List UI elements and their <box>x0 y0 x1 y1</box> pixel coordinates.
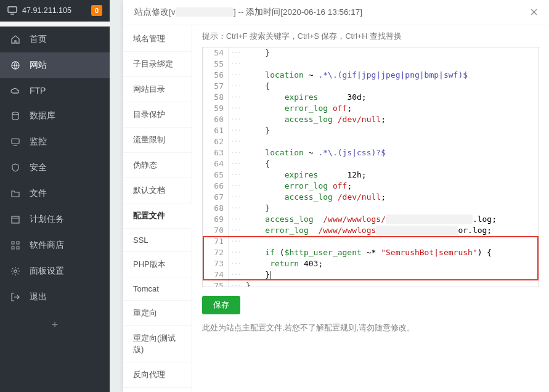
tab-网站目录[interactable]: 网站目录 <box>123 77 192 102</box>
indent-guide: ··· <box>229 47 245 59</box>
apps-icon <box>10 240 21 250</box>
tab-默认文档[interactable]: 默认文档 <box>123 178 192 203</box>
sidebar-item-0[interactable]: 首页 <box>0 27 110 52</box>
indent-guide: ··· <box>229 225 245 236</box>
code-line-75[interactable]: 75···} <box>203 280 539 287</box>
code-text: access_log /dev/null; <box>245 192 539 203</box>
sidebar-top-gap <box>0 22 110 27</box>
sidebar-item-label: 监控 <box>30 136 47 147</box>
sidebar-item-7[interactable]: 计划任务 <box>0 206 110 232</box>
code-line-56[interactable]: 56··· location ~ .*\.(gif|jpg|jpeg|png|b… <box>203 70 539 81</box>
code-line-66[interactable]: 66··· error_log off; <box>203 181 539 192</box>
line-number: 57 <box>203 81 229 92</box>
server-ip: 47.91.211.105 <box>22 6 71 15</box>
exit-icon <box>10 292 21 302</box>
code-line-73[interactable]: 73··· return 403; <box>203 258 539 269</box>
code-line-54[interactable]: 54··· } <box>203 47 539 59</box>
config-editor[interactable]: 54··· }55···56··· location ~ .*\.(gif|jp… <box>202 47 539 287</box>
code-line-58[interactable]: 58··· expires 30d; <box>203 92 539 103</box>
line-number: 61 <box>203 125 229 136</box>
sidebar-header: 47.91.211.105 0 <box>0 0 110 22</box>
sidebar-item-5[interactable]: 安全 <box>0 155 110 181</box>
code-line-65[interactable]: 65··· expires 12h; <box>203 169 539 181</box>
code-line-70[interactable]: 70··· error_log /www/wwwlogsxxxxxxxxxxxx… <box>203 225 539 236</box>
code-text: error_log /www/wwwlogsxxxxxxxxxxxxxxxxxo… <box>245 225 539 236</box>
sidebar-item-3[interactable]: 数据库 <box>0 103 110 129</box>
code-line-55[interactable]: 55··· <box>203 59 539 70</box>
sidebar-item-2[interactable]: FTP <box>0 78 110 103</box>
sidebar-item-label: FTP <box>30 86 46 96</box>
sidebar-item-10[interactable]: 退出 <box>0 284 110 310</box>
tab-流量限制[interactable]: 流量限制 <box>123 128 192 153</box>
code-line-62[interactable]: 62··· <box>203 136 539 147</box>
tab-重定向[interactable]: 重定向 <box>123 301 192 326</box>
main-sidebar: 47.91.211.105 0 首页网站FTP数据库监控安全文件计划任务软件商店… <box>0 0 110 392</box>
line-number: 71 <box>203 236 229 247</box>
monitor-icon <box>7 6 17 15</box>
line-number: 75 <box>203 280 229 287</box>
line-number: 59 <box>203 103 229 114</box>
tab-PHP版本[interactable]: PHP版本 <box>123 252 192 277</box>
svg-rect-11 <box>17 247 19 249</box>
tab-Tomcat[interactable]: Tomcat <box>123 277 192 301</box>
code-line-59[interactable]: 59··· error_log off; <box>203 103 539 114</box>
sidebar-add-button[interactable]: + <box>0 310 110 340</box>
back-strip <box>110 0 123 392</box>
home-icon <box>10 35 21 44</box>
indent-guide: ··· <box>229 92 245 103</box>
tab-域名管理[interactable]: 域名管理 <box>123 27 192 52</box>
sidebar-item-label: 安全 <box>30 162 47 173</box>
code-line-60[interactable]: 60··· access_log /dev/null; <box>203 114 539 125</box>
code-text: } <box>245 203 539 214</box>
line-number: 60 <box>203 114 229 125</box>
line-number: 55 <box>203 59 229 70</box>
tab-伪静态[interactable]: 伪静态 <box>123 153 192 178</box>
modal-tabs: 域名管理子目录绑定网站目录目录保护流量限制伪静态默认文档配置文件SSLPHP版本… <box>123 25 192 392</box>
code-line-64[interactable]: 64··· { <box>203 158 539 169</box>
sidebar-item-4[interactable]: 监控 <box>0 129 110 155</box>
code-text: if ($http_user_agent ~* "SemrushBot|semr… <box>245 247 539 258</box>
sidebar-item-label: 软件商店 <box>30 240 64 251</box>
tab-反向代理[interactable]: 反向代理 <box>123 362 192 388</box>
code-line-68[interactable]: 68··· } <box>203 203 539 214</box>
code-text: } <box>245 125 539 136</box>
indent-guide: ··· <box>229 203 245 214</box>
code-line-61[interactable]: 61··· } <box>203 125 539 136</box>
folder-icon <box>10 189 21 198</box>
db-icon <box>10 111 21 121</box>
shield-icon <box>10 163 21 173</box>
close-icon[interactable]: × <box>530 8 538 17</box>
notification-badge[interactable]: 0 <box>91 5 102 16</box>
code-line-67[interactable]: 67··· access_log /dev/null; <box>203 192 539 203</box>
code-line-63[interactable]: 63··· location ~ .*\.(js|css)?$ <box>203 147 539 158</box>
code-text: { <box>245 158 539 169</box>
sidebar-item-6[interactable]: 文件 <box>0 181 110 206</box>
code-line-57[interactable]: 57··· { <box>203 81 539 92</box>
sidebar-item-1[interactable]: 网站 <box>0 52 110 78</box>
tab-配置文件[interactable]: 配置文件 <box>123 203 192 229</box>
tab-重定向(测试版)[interactable]: 重定向(测试版) <box>123 326 192 362</box>
code-line-71[interactable]: 71··· <box>203 236 539 247</box>
tab-子目录绑定[interactable]: 子目录绑定 <box>123 52 192 77</box>
svg-rect-10 <box>12 247 14 249</box>
sidebar-item-9[interactable]: 面板设置 <box>0 258 110 284</box>
tab-目录保护[interactable]: 目录保护 <box>123 102 192 128</box>
code-line-72[interactable]: 72··· if ($http_user_agent ~* "SemrushBo… <box>203 247 539 258</box>
code-line-69[interactable]: 69··· access_log /www/wwwlogs/xxxxxxxxxx… <box>203 214 539 225</box>
indent-guide: ··· <box>229 136 245 147</box>
indent-guide: ··· <box>229 81 245 92</box>
sidebar-item-8[interactable]: 软件商店 <box>0 232 110 258</box>
tab-SSL[interactable]: SSL <box>123 229 192 252</box>
sidebar-item-label: 网站 <box>30 60 47 71</box>
indent-guide: ··· <box>229 114 245 125</box>
modal-content: 提示：Ctrl+F 搜索关键字，Ctrl+S 保存，Ctrl+H 查找替换 54… <box>192 25 549 392</box>
line-number: 68 <box>203 203 229 214</box>
indent-guide: ··· <box>229 158 245 169</box>
sidebar-item-label: 首页 <box>30 34 47 45</box>
code-line-74[interactable]: 74··· } <box>203 269 539 280</box>
tab-防盗链[interactable]: 防盗链 <box>123 388 192 392</box>
line-number: 74 <box>203 269 229 280</box>
code-text: { <box>245 81 539 92</box>
line-number: 69 <box>203 214 229 225</box>
save-button[interactable]: 保存 <box>202 296 240 314</box>
